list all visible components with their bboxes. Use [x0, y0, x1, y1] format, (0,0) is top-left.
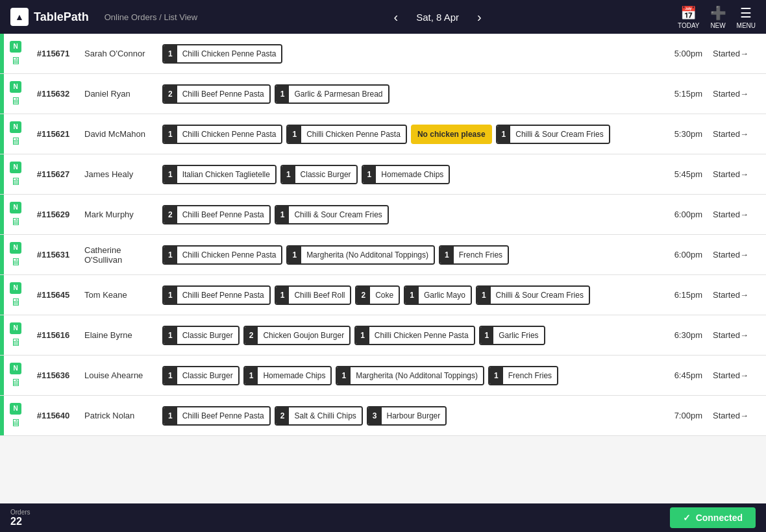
orders-number: 22: [10, 516, 31, 527]
item-name: Coke: [370, 287, 399, 304]
customer-name: James Healy: [79, 154, 157, 194]
item-quantity: 1: [288, 247, 301, 263]
n-badge: N: [10, 282, 21, 294]
item-tag: 2Chicken Goujon Burger: [243, 326, 351, 345]
order-id: #115632: [27, 74, 79, 114]
order-status[interactable]: Started→: [708, 114, 766, 154]
table-row[interactable]: N 🖥 #115629Mark Murphy2Chilli Beef Penne…: [0, 195, 766, 235]
monitor-icon: 🖥: [10, 256, 21, 268]
connected-button[interactable]: ✓ Connected: [670, 507, 756, 528]
order-time: 5:45pm: [662, 154, 708, 194]
customer-name: Catherine O'Sullivan: [79, 235, 157, 274]
items-area: 1Chilli Chicken Penne Pasta1Margherita (…: [157, 235, 662, 274]
order-indicator: N 🖥: [4, 34, 27, 73]
new-button[interactable]: ➕ NEW: [710, 5, 726, 29]
logo: ▲ TablePath: [10, 8, 89, 26]
order-status[interactable]: Started→: [708, 275, 766, 315]
item-quantity: 1: [164, 166, 177, 183]
order-status[interactable]: Started→: [708, 356, 766, 395]
table-row[interactable]: N 🖥 #115645Tom Keane1Chilli Beef Penne P…: [0, 275, 766, 315]
item-quantity: 1: [288, 126, 301, 143]
item-tag: 1Chilli Beef Penne Pasta: [162, 406, 271, 426]
order-id: #115640: [27, 396, 79, 435]
order-status[interactable]: Started→: [708, 74, 766, 114]
next-date-button[interactable]: ›: [472, 7, 487, 27]
item-tag: 1Chilli Chicken Penne Pasta: [162, 44, 282, 64]
table-row[interactable]: N 🖥 #115636Louise Ahearne1Classic Burger…: [0, 356, 766, 396]
customer-name: Patrick Nolan: [79, 396, 157, 435]
items-area: 1Classic Burger1Homemade Chips1Margherit…: [157, 356, 662, 395]
order-status[interactable]: Started→: [708, 195, 766, 234]
table-row[interactable]: N 🖥 #115621David McMahon1Chilli Chicken …: [0, 114, 766, 154]
table-row[interactable]: N 🖥 #115631Catherine O'Sullivan1Chilli C…: [0, 235, 766, 275]
order-status[interactable]: Started→: [708, 235, 766, 274]
checkmark-icon: ✓: [683, 513, 691, 523]
order-id: #115671: [27, 34, 79, 73]
order-time: 6:45pm: [662, 356, 708, 395]
item-tag: 1Garlic & Parmesan Bread: [275, 84, 389, 104]
item-tag: 1French Fries: [488, 366, 558, 385]
table-row[interactable]: N 🖥 #115640Patrick Nolan1Chilli Beef Pen…: [0, 396, 766, 436]
item-name: Garlic & Parmesan Bread: [289, 86, 388, 103]
item-tag: 2Chilli Beef Penne Pasta: [162, 205, 271, 224]
item-name: Garlic Mayo: [419, 287, 471, 304]
order-status[interactable]: Started→: [708, 315, 766, 355]
item-quantity: 1: [489, 367, 503, 384]
item-name: Chilli Chicken Penne Pasta: [301, 126, 406, 143]
item-quantity: 1: [276, 206, 290, 223]
item-tag: 3Harbour Burger: [367, 406, 447, 426]
order-id: #115631: [27, 235, 79, 274]
table-row[interactable]: N 🖥 #115632Daniel Ryan2Chilli Beef Penne…: [0, 74, 766, 114]
logo-icon: ▲: [10, 8, 29, 26]
item-tag: 1Chilli & Sour Cream Fries: [496, 125, 610, 144]
today-label: TODAY: [678, 22, 700, 29]
order-status[interactable]: Started→: [708, 34, 766, 73]
item-quantity: 2: [164, 86, 177, 103]
table-row[interactable]: N 🖥 #115627James Healy1Italian Chicken T…: [0, 154, 766, 195]
item-quantity: 1: [405, 287, 419, 304]
item-quantity: 2: [276, 407, 290, 424]
date-label: Sat, 8 Apr: [416, 12, 459, 23]
customer-name: Louise Ahearne: [79, 356, 157, 395]
item-quantity: 1: [164, 407, 177, 424]
order-status[interactable]: Started→: [708, 154, 766, 194]
item-tag: 1Chilli & Sour Cream Fries: [476, 285, 590, 305]
customer-name: Sarah O'Connor: [79, 34, 157, 73]
item-name: Chilli Beef Roll: [289, 287, 350, 304]
item-quantity: 1: [497, 126, 511, 143]
item-name: Chilli Beef Penne Pasta: [177, 206, 269, 223]
hamburger-icon: ☰: [740, 5, 752, 21]
today-button[interactable]: 📅 TODAY: [678, 5, 700, 29]
item-name: Chilli Chicken Penne Pasta: [369, 327, 474, 344]
items-area: 1Classic Burger2Chicken Goujon Burger1Ch…: [157, 315, 662, 355]
order-id: #115621: [27, 114, 79, 154]
table-row[interactable]: N 🖥 #115616Elaine Byrne1Classic Burger2C…: [0, 315, 766, 356]
item-tag: 1Classic Burger: [162, 326, 240, 345]
item-name: French Fries: [454, 247, 508, 263]
item-quantity: 1: [480, 327, 494, 344]
item-quantity: 2: [356, 287, 370, 304]
order-id: #115627: [27, 154, 79, 194]
breadcrumb: Online Orders / List View: [105, 12, 198, 22]
item-name: Margherita (No Additonal Toppings): [351, 367, 483, 384]
order-status[interactable]: Started→: [708, 396, 766, 435]
item-quantity: 3: [368, 407, 382, 424]
item-quantity: 1: [356, 327, 369, 344]
menu-button[interactable]: ☰ MENU: [737, 5, 756, 29]
order-time: 6:00pm: [662, 195, 708, 234]
orders-count-section: Orders 22: [10, 509, 31, 527]
item-tag: 1Chilli Chicken Penne Pasta: [162, 125, 282, 144]
table-row[interactable]: N 🖥 #115671Sarah O'Connor1Chilli Chicken…: [0, 34, 766, 74]
item-tag: 1Garlic Fries: [479, 326, 545, 345]
order-time: 5:15pm: [662, 74, 708, 114]
order-indicator: N 🖥: [4, 114, 27, 154]
prev-date-button[interactable]: ‹: [389, 7, 404, 27]
items-area: 1Chilli Chicken Penne Pasta: [157, 34, 662, 73]
n-badge: N: [10, 41, 21, 53]
items-area: 1Chilli Beef Penne Pasta2Salt & Chilli C…: [157, 396, 662, 435]
plus-icon: ➕: [710, 5, 726, 21]
item-name: Classic Burger: [177, 367, 238, 384]
item-tag: 1Chilli & Sour Cream Fries: [275, 205, 389, 224]
item-tag: 1Homemade Chips: [243, 366, 332, 385]
item-quantity: 1: [164, 45, 177, 62]
